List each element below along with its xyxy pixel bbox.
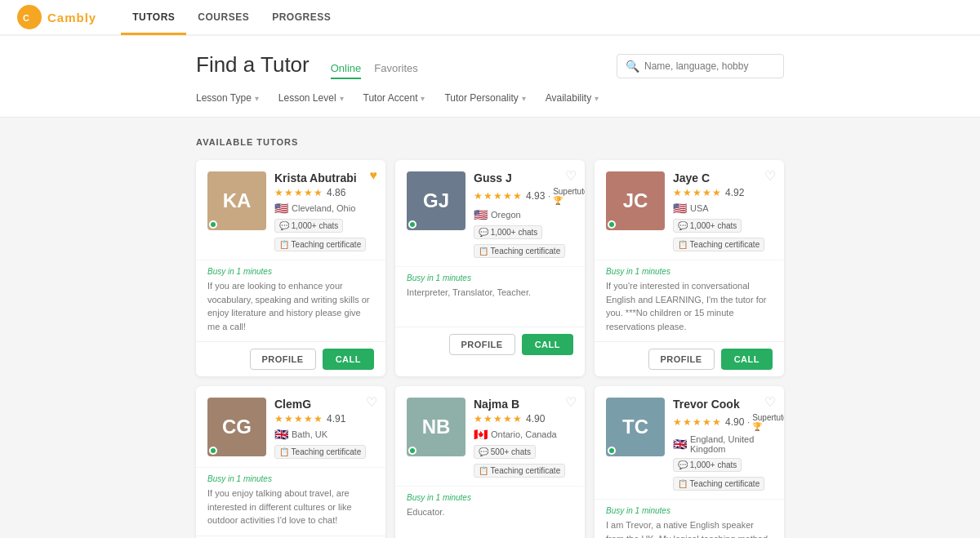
favorite-button[interactable]: ♡: [764, 168, 776, 184]
logo[interactable]: C Cambly: [16, 4, 96, 30]
tutor-info: Trevor Cook ★★★★★ 4.90 · Supertutor 🏆 🇬🇧…: [665, 398, 784, 491]
location-text: USA: [690, 203, 709, 213]
card-footer: PROFILE CALL: [196, 536, 385, 539]
avatar-wrap: NB: [407, 398, 466, 456]
card-body: Busy in 1 minutes If you're interested i…: [595, 260, 784, 341]
tab-online[interactable]: Online: [331, 59, 362, 79]
rating: 4.93: [526, 190, 545, 202]
card-top: NB Najma B ★★★★★ 4.90 🇨🇦 Ontario, Canada…: [395, 386, 585, 486]
star-row: ★★★★★ 4.86: [274, 187, 374, 198]
card-body: Busy in 1 minutes If you are looking to …: [196, 260, 385, 341]
flag-icon: 🇨🇦: [474, 428, 488, 441]
navbar: C Cambly TUTORS COURSES PROGRESS: [0, 0, 980, 36]
badge-1: 📋 Teaching certificate: [474, 244, 565, 258]
card-body: Busy in 1 minutes Interpreter, Translato…: [395, 266, 585, 327]
badges: 💬 1,000+ chats📋 Teaching certificate: [474, 225, 585, 258]
tutor-card: TC Trevor Cook ★★★★★ 4.90 · Supertutor 🏆…: [595, 386, 784, 538]
title-tabs: Find a Tutor Online Favorites: [196, 52, 418, 79]
location-text: Ontario, Canada: [491, 429, 557, 439]
profile-button[interactable]: PROFILE: [250, 349, 316, 370]
svg-text:C: C: [23, 13, 29, 23]
card-body: Busy in 1 minutes Educator.: [395, 486, 585, 538]
stars: ★★★★★: [474, 413, 523, 425]
card-top: KA Krista Abutrabi ★★★★★ 4.86 🇺🇸 Clevela…: [196, 160, 385, 260]
rating: 4.90: [526, 413, 545, 425]
stars: ★★★★★: [274, 187, 323, 198]
star-row: ★★★★★ 4.91: [274, 413, 374, 425]
section-title: AVAILABLE TUTORS: [196, 137, 784, 147]
badge-0: 💬 1,000+ chats: [673, 219, 742, 233]
card-footer: PROFILE CALL: [196, 341, 385, 376]
bio-text: If you enjoy talking about travel, are i…: [207, 487, 374, 527]
profile-button[interactable]: PROFILE: [648, 349, 715, 370]
tutor-name: ClemG: [274, 398, 374, 411]
badge-0: 💬 500+ chats: [474, 445, 536, 459]
badge-0: 💬 1,000+ chats: [673, 458, 742, 472]
busy-label: Busy in 1 minutes: [407, 273, 573, 282]
flag-icon: 🇬🇧: [673, 438, 687, 451]
favorite-button[interactable]: ♥: [370, 168, 378, 183]
cambly-logo-icon: C: [16, 4, 42, 30]
tutor-card: GJ Guss J ★★★★★ 4.93 · Supertutor 🏆 🇺🇸 O…: [395, 160, 585, 376]
bio-text: If you're interested in conversational E…: [606, 279, 773, 333]
nav-links: TUTORS COURSES PROGRESS: [121, 0, 342, 35]
location-text: Bath, UK: [292, 429, 327, 439]
profile-button[interactable]: PROFILE: [449, 334, 515, 355]
star-row: ★★★★★ 4.90: [474, 413, 573, 425]
tutor-info: Guss J ★★★★★ 4.93 · Supertutor 🏆 🇺🇸 Oreg…: [466, 171, 585, 258]
tutor-info: Najma B ★★★★★ 4.90 🇨🇦 Ontario, Canada 💬 …: [466, 398, 573, 478]
stars: ★★★★★: [673, 416, 722, 428]
nav-courses[interactable]: COURSES: [186, 0, 261, 35]
badges: 💬 500+ chats📋 Teaching certificate: [474, 445, 573, 478]
logo-text: Cambly: [47, 11, 96, 24]
busy-label: Busy in 1 minutes: [207, 474, 374, 483]
favorite-button[interactable]: ♡: [764, 394, 776, 410]
bio-text: Educator.: [407, 505, 573, 538]
call-button[interactable]: CALL: [522, 334, 573, 355]
status-dot: [209, 220, 217, 229]
page-title: Find a Tutor: [196, 52, 310, 78]
status-dot: [209, 447, 217, 455]
favorite-button[interactable]: ♡: [366, 394, 377, 410]
nav-progress[interactable]: PROGRESS: [261, 0, 342, 35]
svg-point-0: [17, 5, 42, 29]
badge-1: 📋 Teaching certificate: [274, 238, 366, 251]
location: 🇺🇸 Oregon: [474, 208, 585, 221]
badge-1: 📋 Teaching certificate: [673, 238, 764, 251]
search-box: 🔍: [617, 54, 784, 78]
tutor-info: ClemG ★★★★★ 4.91 🇬🇧 Bath, UK 📋 Teaching …: [266, 398, 374, 459]
filter-availability[interactable]: Availability: [546, 89, 599, 107]
card-top: TC Trevor Cook ★★★★★ 4.90 · Supertutor 🏆…: [595, 386, 784, 499]
status-dot: [608, 447, 616, 455]
tutor-name: Jaye C: [673, 171, 773, 185]
card-body: Busy in 1 minutes I am Trevor, a native …: [595, 499, 784, 538]
busy-label: Busy in 1 minutes: [207, 267, 374, 276]
filter-tutor-accent[interactable]: Tutor Accent: [363, 89, 425, 107]
filter-lesson-level[interactable]: Lesson Level: [278, 89, 344, 107]
flag-icon: 🇺🇸: [474, 208, 488, 221]
bio-text: If you are looking to enhance your vocab…: [207, 279, 374, 333]
location-text: Oregon: [491, 210, 521, 220]
filter-tutor-personality[interactable]: Tutor Personality: [444, 89, 525, 107]
location: 🇬🇧 Bath, UK: [274, 428, 374, 441]
badge-0: 💬 1,000+ chats: [274, 219, 343, 233]
main-content: AVAILABLE TUTORS KA Krista Abutrabi ★★★★…: [0, 118, 980, 538]
filter-lesson-type[interactable]: Lesson Type: [196, 89, 259, 107]
tutor-info: Jaye C ★★★★★ 4.92 🇺🇸 USA 💬 1,000+ chats📋…: [665, 171, 773, 251]
card-top: JC Jaye C ★★★★★ 4.92 🇺🇸 USA 💬 1,000+ cha…: [595, 160, 784, 260]
tab-favorites[interactable]: Favorites: [374, 59, 417, 78]
tutors-grid: KA Krista Abutrabi ★★★★★ 4.86 🇺🇸 Clevela…: [196, 160, 784, 538]
badges: 💬 1,000+ chats📋 Teaching certificate: [673, 219, 773, 251]
call-button[interactable]: CALL: [323, 349, 374, 370]
badges: 💬 1,000+ chats📋 Teaching certificate: [673, 458, 784, 491]
location: 🇬🇧 England, United Kingdom: [673, 434, 784, 454]
favorite-button[interactable]: ♡: [565, 168, 577, 184]
rating: 4.92: [725, 187, 744, 198]
badge-0: 📋 Teaching certificate: [274, 445, 366, 459]
search-input[interactable]: [644, 60, 775, 72]
tutor-card: JC Jaye C ★★★★★ 4.92 🇺🇸 USA 💬 1,000+ cha…: [595, 160, 784, 376]
call-button[interactable]: CALL: [721, 349, 773, 370]
favorite-button[interactable]: ♡: [565, 394, 577, 410]
badge-1: 📋 Teaching certificate: [673, 477, 764, 491]
nav-tutors[interactable]: TUTORS: [121, 0, 186, 35]
